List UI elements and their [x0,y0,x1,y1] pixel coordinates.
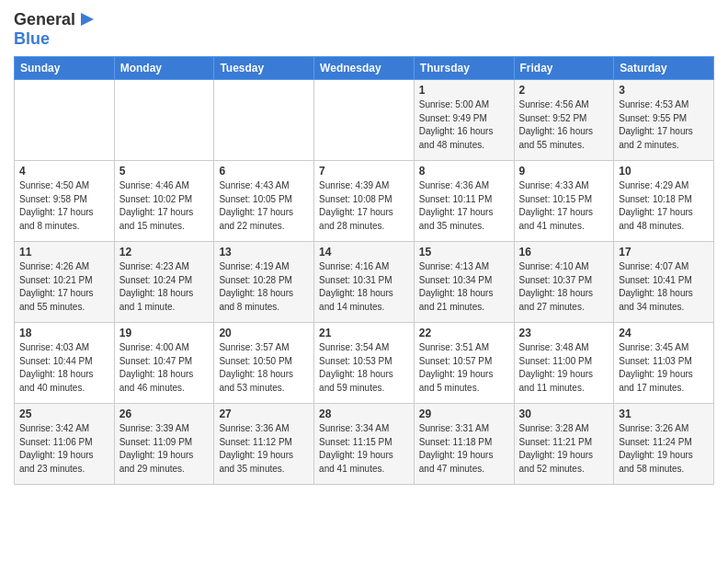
day-info: Sunrise: 5:00 AM Sunset: 9:49 PM Dayligh… [419,98,509,152]
calendar-cell: 8Sunrise: 4:36 AM Sunset: 10:11 PM Dayli… [414,161,514,242]
day-info: Sunrise: 4:16 AM Sunset: 10:31 PM Daylig… [319,260,409,314]
svg-marker-0 [81,13,94,26]
calendar-table: SundayMondayTuesdayWednesdayThursdayFrid… [14,56,714,485]
calendar-cell: 21Sunrise: 3:54 AM Sunset: 10:53 PM Dayl… [314,323,415,404]
day-number: 16 [519,246,609,259]
day-number: 12 [119,246,210,259]
calendar-cell [214,80,314,161]
day-of-week-header: Monday [114,57,214,80]
day-info: Sunrise: 4:56 AM Sunset: 9:52 PM Dayligh… [519,98,609,152]
calendar-cell: 18Sunrise: 4:03 AM Sunset: 10:44 PM Dayl… [15,323,115,404]
day-info: Sunrise: 3:54 AM Sunset: 10:53 PM Daylig… [319,341,409,395]
day-number: 25 [19,408,109,420]
day-number: 24 [619,327,709,339]
calendar-cell: 31Sunrise: 3:26 AM Sunset: 11:24 PM Dayl… [614,404,714,485]
day-info: Sunrise: 3:26 AM Sunset: 11:24 PM Daylig… [619,422,709,476]
day-info: Sunrise: 4:07 AM Sunset: 10:41 PM Daylig… [619,260,709,314]
page-container: General Blue SundayMondayTuesdayWednesda… [0,0,728,494]
day-number: 4 [19,165,109,178]
day-of-week-header: Tuesday [214,57,314,80]
calendar-header-row: SundayMondayTuesdayWednesdayThursdayFrid… [15,57,714,80]
day-number: 23 [519,327,609,339]
day-of-week-header: Sunday [15,57,115,80]
calendar-week-row: 11Sunrise: 4:26 AM Sunset: 10:21 PM Dayl… [15,242,714,323]
calendar-cell: 23Sunrise: 3:48 AM Sunset: 11:00 PM Dayl… [514,323,614,404]
calendar-cell: 13Sunrise: 4:19 AM Sunset: 10:28 PM Dayl… [214,242,314,323]
calendar-cell: 27Sunrise: 3:36 AM Sunset: 11:12 PM Dayl… [214,404,314,485]
calendar-cell: 16Sunrise: 4:10 AM Sunset: 10:37 PM Dayl… [514,242,614,323]
day-number: 22 [419,327,509,339]
calendar-cell: 4Sunrise: 4:50 AM Sunset: 9:58 PM Daylig… [15,161,115,242]
calendar-cell: 20Sunrise: 3:57 AM Sunset: 10:50 PM Dayl… [214,323,314,404]
calendar-cell: 3Sunrise: 4:53 AM Sunset: 9:55 PM Daylig… [614,80,714,161]
day-info: Sunrise: 3:48 AM Sunset: 11:00 PM Daylig… [519,341,609,395]
day-number: 3 [619,84,709,97]
calendar-cell: 11Sunrise: 4:26 AM Sunset: 10:21 PM Dayl… [15,242,115,323]
day-info: Sunrise: 4:23 AM Sunset: 10:24 PM Daylig… [119,260,210,314]
day-info: Sunrise: 4:50 AM Sunset: 9:58 PM Dayligh… [19,179,109,233]
calendar-cell: 22Sunrise: 3:51 AM Sunset: 10:57 PM Dayl… [414,323,514,404]
calendar-week-row: 1Sunrise: 5:00 AM Sunset: 9:49 PM Daylig… [15,80,714,161]
calendar-cell: 28Sunrise: 3:34 AM Sunset: 11:15 PM Dayl… [314,404,415,485]
calendar-cell: 25Sunrise: 3:42 AM Sunset: 11:06 PM Dayl… [15,404,115,485]
day-number: 2 [519,84,609,97]
logo-general-text: General [14,10,75,29]
day-number: 5 [119,165,210,178]
day-number: 30 [519,408,609,420]
calendar-cell: 5Sunrise: 4:46 AM Sunset: 10:02 PM Dayli… [114,161,214,242]
day-number: 14 [319,246,409,259]
day-number: 28 [319,408,409,420]
day-info: Sunrise: 4:39 AM Sunset: 10:08 PM Daylig… [319,179,409,233]
calendar-cell: 7Sunrise: 4:39 AM Sunset: 10:08 PM Dayli… [314,161,415,242]
day-info: Sunrise: 3:31 AM Sunset: 11:18 PM Daylig… [419,422,509,476]
day-number: 29 [419,408,509,420]
day-info: Sunrise: 4:26 AM Sunset: 10:21 PM Daylig… [19,260,109,314]
logo-arrow-icon [77,9,97,29]
day-number: 26 [119,408,210,420]
day-info: Sunrise: 4:46 AM Sunset: 10:02 PM Daylig… [119,179,210,233]
calendar-cell: 29Sunrise: 3:31 AM Sunset: 11:18 PM Dayl… [414,404,514,485]
day-info: Sunrise: 3:36 AM Sunset: 11:12 PM Daylig… [219,422,309,476]
day-info: Sunrise: 4:53 AM Sunset: 9:55 PM Dayligh… [619,98,709,152]
day-info: Sunrise: 3:51 AM Sunset: 10:57 PM Daylig… [419,341,509,395]
calendar-cell [15,80,115,161]
day-of-week-header: Thursday [414,57,514,80]
calendar-cell: 9Sunrise: 4:33 AM Sunset: 10:15 PM Dayli… [514,161,614,242]
day-number: 15 [419,246,509,259]
logo-blue-text: Blue [14,29,50,49]
day-info: Sunrise: 3:45 AM Sunset: 11:03 PM Daylig… [619,341,709,395]
day-info: Sunrise: 4:19 AM Sunset: 10:28 PM Daylig… [219,260,309,314]
day-of-week-header: Friday [514,57,614,80]
day-number: 13 [219,246,309,259]
day-of-week-header: Saturday [614,57,714,80]
calendar-cell: 30Sunrise: 3:28 AM Sunset: 11:21 PM Dayl… [514,404,614,485]
day-number: 7 [319,165,409,178]
header: General Blue [14,9,714,49]
calendar-cell: 14Sunrise: 4:16 AM Sunset: 10:31 PM Dayl… [314,242,415,323]
calendar-cell: 19Sunrise: 4:00 AM Sunset: 10:47 PM Dayl… [114,323,214,404]
day-number: 11 [19,246,109,259]
calendar-cell: 1Sunrise: 5:00 AM Sunset: 9:49 PM Daylig… [414,80,514,161]
day-number: 21 [319,327,409,339]
day-info: Sunrise: 3:39 AM Sunset: 11:09 PM Daylig… [119,422,210,476]
day-info: Sunrise: 3:28 AM Sunset: 11:21 PM Daylig… [519,422,609,476]
day-info: Sunrise: 4:43 AM Sunset: 10:05 PM Daylig… [219,179,309,233]
day-number: 10 [619,165,709,178]
calendar-cell: 17Sunrise: 4:07 AM Sunset: 10:41 PM Dayl… [614,242,714,323]
day-info: Sunrise: 4:13 AM Sunset: 10:34 PM Daylig… [419,260,509,314]
calendar-cell [114,80,214,161]
calendar-week-row: 4Sunrise: 4:50 AM Sunset: 9:58 PM Daylig… [15,161,714,242]
day-number: 19 [119,327,210,339]
day-number: 18 [19,327,109,339]
day-number: 1 [419,84,509,97]
day-number: 31 [619,408,709,420]
day-number: 9 [519,165,609,178]
day-info: Sunrise: 3:42 AM Sunset: 11:06 PM Daylig… [19,422,109,476]
calendar-cell: 26Sunrise: 3:39 AM Sunset: 11:09 PM Dayl… [114,404,214,485]
day-info: Sunrise: 4:36 AM Sunset: 10:11 PM Daylig… [419,179,509,233]
day-number: 8 [419,165,509,178]
day-number: 20 [219,327,309,339]
day-number: 6 [219,165,309,178]
calendar-cell [314,80,415,161]
day-number: 27 [219,408,309,420]
